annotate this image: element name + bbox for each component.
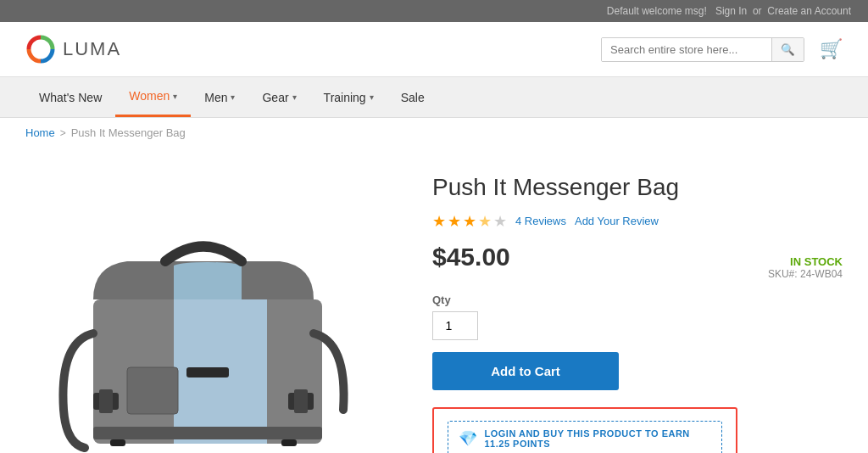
chevron-down-icon: ▾ xyxy=(292,92,297,102)
product-image xyxy=(42,198,364,453)
breadcrumb-current: Push It Messenger Bag xyxy=(71,126,186,139)
stock-info: IN STOCK SKU#: 24-WB04 xyxy=(768,255,843,280)
search-button[interactable]: 🔍 xyxy=(771,38,804,61)
main-content: Push It Messenger Bag ★ ★ ★ ★ ★ 4 Review… xyxy=(0,148,868,453)
search-bar[interactable]: 🔍 xyxy=(601,37,804,62)
actions-box: 💎 LOGIN AND BUY THIS PRODUCT TO EARN 11.… xyxy=(432,407,737,453)
points-icon: 💎 xyxy=(459,429,478,448)
product-title: Push It Messenger Bag xyxy=(432,173,843,202)
stock-status: IN STOCK xyxy=(768,255,843,268)
search-icon: 🔍 xyxy=(781,43,795,56)
create-account-link[interactable]: Create an Account xyxy=(767,5,851,17)
nav-item-gear[interactable]: Gear ▾ xyxy=(248,79,309,116)
search-input[interactable] xyxy=(602,38,771,61)
logo[interactable]: LUMA xyxy=(25,34,121,64)
chevron-down-icon: ▾ xyxy=(173,92,177,101)
product-details: Push It Messenger Bag ★ ★ ★ ★ ★ 4 Review… xyxy=(432,165,843,453)
nav-item-whats-new[interactable]: What's New xyxy=(25,79,115,116)
breadcrumb: Home > Push It Messenger Bag xyxy=(0,118,868,148)
svg-rect-8 xyxy=(127,367,178,414)
star-1: ★ xyxy=(432,212,446,231)
breadcrumb-home[interactable]: Home xyxy=(25,126,55,139)
qty-input[interactable] xyxy=(432,311,478,340)
price-row: $45.00 IN STOCK SKU#: 24-WB04 xyxy=(432,243,843,280)
product-image-area xyxy=(25,165,381,453)
chevron-down-icon: ▾ xyxy=(370,92,374,102)
star-3: ★ xyxy=(463,212,476,231)
welcome-message: Default welcome msg! xyxy=(607,5,707,17)
add-review-link[interactable]: Add Your Review xyxy=(575,215,659,227)
logo-icon xyxy=(25,34,56,64)
review-count[interactable]: 4 Reviews xyxy=(515,215,566,227)
rating-row: ★ ★ ★ ★ ★ 4 Reviews Add Your Review xyxy=(432,212,843,231)
star-4: ★ xyxy=(478,212,492,231)
points-message: LOGIN AND BUY THIS PRODUCT TO EARN 11.25… xyxy=(485,428,712,449)
svg-rect-6 xyxy=(294,389,308,413)
cart-icon[interactable]: 🛒 xyxy=(820,38,843,60)
star-rating: ★ ★ ★ ★ ★ xyxy=(432,212,507,231)
nav-item-men[interactable]: Men ▾ xyxy=(191,79,248,116)
qty-label: Qty xyxy=(432,294,843,306)
nav-item-training[interactable]: Training ▾ xyxy=(310,79,387,116)
svg-rect-10 xyxy=(110,439,125,446)
sku-label: SKU#: xyxy=(768,268,798,280)
svg-rect-7 xyxy=(93,427,322,439)
star-5: ★ xyxy=(493,212,507,231)
breadcrumb-separator: > xyxy=(60,127,66,139)
svg-rect-9 xyxy=(186,367,229,378)
top-bar: Default welcome msg! Sign In or Create a… xyxy=(0,0,868,22)
sku-info: SKU#: 24-WB04 xyxy=(768,268,843,280)
svg-rect-4 xyxy=(99,389,113,413)
points-banner: 💎 LOGIN AND BUY THIS PRODUCT TO EARN 11.… xyxy=(448,421,722,453)
nav-item-sale[interactable]: Sale xyxy=(387,79,438,116)
logo-text: LUMA xyxy=(63,38,121,60)
sign-in-link[interactable]: Sign In xyxy=(715,5,747,17)
site-header: LUMA 🔍 🛒 xyxy=(0,22,868,77)
sku-value: 24-WB04 xyxy=(800,268,843,280)
product-price: $45.00 xyxy=(432,243,510,271)
chevron-down-icon: ▾ xyxy=(231,92,235,102)
nav-item-women[interactable]: Women ▾ xyxy=(115,77,191,117)
star-2: ★ xyxy=(448,212,461,231)
add-to-cart-button[interactable]: Add to Cart xyxy=(432,352,619,390)
main-nav: What's New Women ▾ Men ▾ Gear ▾ Training… xyxy=(0,77,868,118)
header-right: 🔍 🛒 xyxy=(601,37,843,62)
svg-rect-11 xyxy=(281,439,297,446)
